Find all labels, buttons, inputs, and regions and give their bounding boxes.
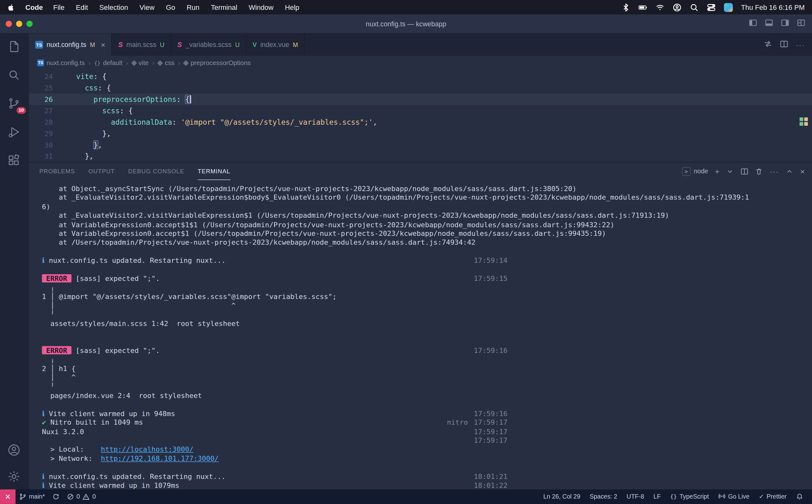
- symbol-property-icon: [183, 60, 189, 66]
- run-debug-icon[interactable]: [7, 125, 22, 140]
- remote-indicator[interactable]: [0, 489, 16, 504]
- panel-tab-problems[interactable]: PROBLEMS: [39, 162, 75, 180]
- code-text: vite: {: [67, 71, 107, 82]
- close-window-button[interactable]: [6, 21, 12, 27]
- terminal-line: ℹ Vite client warmed up in 1079ms18:01:2…: [42, 481, 812, 489]
- sync-button[interactable]: [49, 489, 63, 504]
- toggle-secondary-sidebar-icon[interactable]: [781, 19, 789, 29]
- terminal-line: ℹ nuxt.config.ts updated. Restarting nux…: [42, 256, 812, 265]
- customize-layout-icon[interactable]: [797, 19, 805, 29]
- tab-main.scss[interactable]: Smain.scssU: [112, 34, 171, 56]
- settings-gear-icon[interactable]: [7, 470, 22, 484]
- zoom-window-button[interactable]: [26, 21, 33, 27]
- go-live-button[interactable]: Go Live: [714, 489, 754, 504]
- battery-icon[interactable]: [639, 3, 648, 12]
- check-icon: ✓: [759, 493, 764, 500]
- bottom-panel: PROBLEMSOUTPUTDEBUG CONSOLETERMINAL > no…: [29, 162, 812, 489]
- panel-more-icon[interactable]: ···: [770, 167, 779, 175]
- maximize-panel-icon[interactable]: [786, 167, 793, 175]
- tab-index.vue[interactable]: Vindex.vueM: [246, 34, 305, 56]
- menu-app[interactable]: Code: [25, 3, 43, 11]
- terminal-link[interactable]: http://localhost:3000/: [101, 445, 193, 453]
- breadcrumb-item-nuxt.config.ts[interactable]: TSnuxt.config.ts: [37, 59, 84, 67]
- eol-sequence[interactable]: LF: [649, 489, 665, 504]
- tab-_variables.scss[interactable]: S_variables.scssU: [171, 34, 247, 56]
- split-editor-icon[interactable]: [780, 40, 788, 50]
- terminal-line: at VariableExpression0.accept$1$1 (/User…: [42, 220, 812, 229]
- menu-item-selection[interactable]: Selection: [99, 3, 128, 11]
- panel-tab-debug-console[interactable]: DEBUG CONSOLE: [128, 162, 184, 180]
- search-icon[interactable]: [690, 3, 699, 12]
- cursor-position[interactable]: Ln 26, Col 29: [539, 489, 585, 504]
- menu-item-file[interactable]: File: [53, 3, 64, 11]
- new-terminal-icon[interactable]: +: [715, 167, 719, 175]
- problems-item[interactable]: 0 0: [63, 489, 99, 504]
- terminal-link[interactable]: http://192.168.101.177:3000/: [101, 454, 219, 462]
- menubar-app-icon[interactable]: [724, 3, 733, 12]
- breadcrumb-label: nuxt.config.ts: [47, 59, 85, 67]
- control-center-icon[interactable]: [707, 3, 716, 12]
- minimize-window-button[interactable]: [16, 21, 23, 27]
- more-actions-icon[interactable]: ···: [796, 41, 805, 49]
- code-line-29[interactable]: 29 },: [29, 128, 812, 139]
- code-editor[interactable]: 24 vite: {25 css: {26 preprocessorOption…: [29, 70, 812, 162]
- breadcrumb-item-vite[interactable]: vite: [132, 59, 149, 67]
- eol-label: LF: [654, 493, 661, 500]
- encoding[interactable]: UTF-8: [622, 489, 649, 504]
- panel-tab-terminal[interactable]: TERMINAL: [197, 162, 230, 180]
- search-icon[interactable]: [7, 68, 22, 83]
- code-line-26[interactable]: 26 preprocessorOptions: {: [29, 94, 812, 105]
- timestamp: 17:59:15: [474, 274, 508, 283]
- menu-item-terminal[interactable]: Terminal: [211, 3, 237, 11]
- indentation[interactable]: Spaces: 2: [585, 489, 622, 504]
- code-line-28[interactable]: 28 additionalData: '@import "@/assets/st…: [29, 116, 812, 128]
- log-tag: nitro: [447, 418, 468, 427]
- bluetooth-icon[interactable]: [622, 3, 630, 12]
- line-col-label: Ln 26, Col 29: [543, 493, 580, 500]
- language-mode[interactable]: {} TypeScript: [666, 489, 714, 504]
- terminal-line: ╷: [42, 355, 812, 364]
- code-line-25[interactable]: 25 css: {: [29, 82, 812, 94]
- code-line-27[interactable]: 27 scss: {: [29, 105, 812, 116]
- terminal-line: │ ^: [42, 373, 812, 382]
- menu-item-run[interactable]: Run: [186, 3, 199, 11]
- wifi-icon[interactable]: [656, 3, 665, 12]
- open-changes-icon[interactable]: [764, 40, 772, 50]
- panel-tab-output[interactable]: OUTPUT: [88, 162, 115, 180]
- close-panel-icon[interactable]: ×: [800, 167, 805, 175]
- toggle-sidebar-icon[interactable]: [749, 19, 757, 29]
- close-icon[interactable]: ×: [101, 41, 105, 49]
- apple-menu-icon[interactable]: [7, 3, 15, 12]
- tab-nuxt.config.ts[interactable]: TSnuxt.config.tsM×: [29, 34, 112, 56]
- terminal-line: [42, 337, 812, 346]
- tab-label: nuxt.config.ts: [47, 41, 86, 49]
- menu-item-go[interactable]: Go: [166, 3, 175, 11]
- kill-terminal-icon[interactable]: [755, 167, 763, 175]
- git-branch-item[interactable]: main*: [16, 489, 49, 504]
- code-line-30[interactable]: 30 },: [29, 139, 812, 150]
- menu-item-edit[interactable]: Edit: [76, 3, 88, 11]
- notifications-button[interactable]: [791, 489, 808, 504]
- menu-item-help[interactable]: Help: [285, 3, 299, 11]
- explorer-icon[interactable]: [7, 40, 22, 55]
- layout-controls: [749, 19, 812, 29]
- terminal-output[interactable]: at Object._asyncStartSync (/Users/topadm…: [29, 180, 812, 489]
- code-line-31[interactable]: 31 },: [29, 150, 812, 162]
- toggle-panel-icon[interactable]: [765, 19, 773, 29]
- source-control-icon[interactable]: 10: [7, 97, 22, 111]
- prettier-item[interactable]: ✓ Prettier: [754, 489, 791, 504]
- user-icon[interactable]: [673, 3, 682, 12]
- terminal-line: at VariableExpression0.accept$1 (/Users/…: [42, 229, 812, 238]
- menu-item-view[interactable]: View: [139, 3, 154, 11]
- accounts-icon[interactable]: [7, 443, 22, 458]
- breadcrumb-item-preprocessorOptions[interactable]: preprocessorOptions: [184, 59, 251, 67]
- menu-item-window[interactable]: Window: [249, 3, 274, 11]
- terminal-dropdown-icon[interactable]: [726, 167, 734, 175]
- code-line-24[interactable]: 24 vite: {: [29, 71, 812, 82]
- breadcrumb-item-css[interactable]: css: [158, 59, 175, 67]
- menubar-clock[interactable]: Thu Feb 16 6:16 PM: [741, 3, 805, 11]
- breadcrumb-item-default[interactable]: {}default: [94, 59, 122, 67]
- extensions-icon[interactable]: [7, 154, 22, 168]
- split-terminal-icon[interactable]: [741, 167, 748, 175]
- terminal-shell-select[interactable]: > node: [682, 167, 708, 176]
